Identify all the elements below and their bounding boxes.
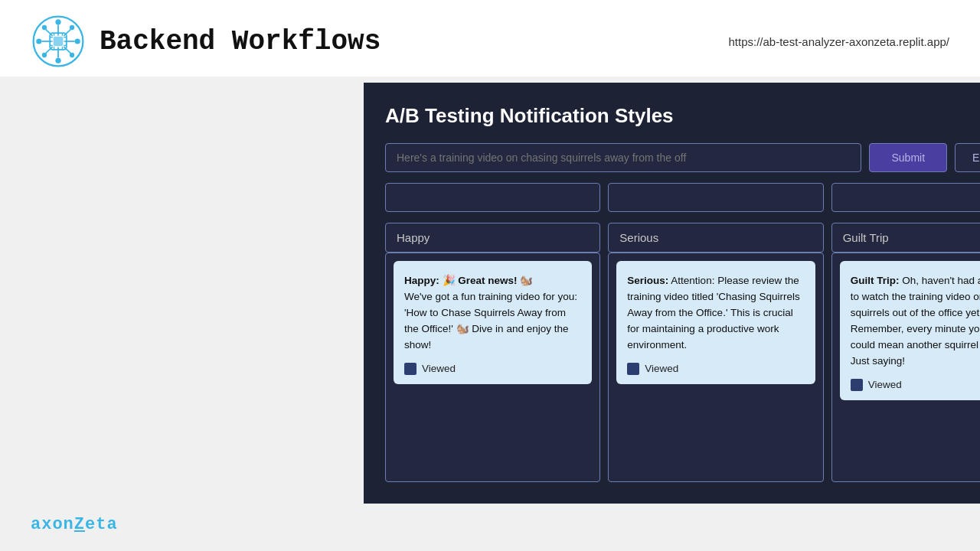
card-wrapper-guilttrip: Guilt Trip: Oh, haven't had a chance to … (831, 253, 980, 482)
viewed-checkbox-happy[interactable] (404, 363, 416, 375)
card-happy: Happy: 🎉 Great news! 🐿️ We've got a fun … (394, 261, 592, 384)
viewed-checkbox-serious[interactable] (627, 363, 639, 375)
viewed-checkbox-guilttrip[interactable] (851, 379, 863, 391)
logo-icon (31, 14, 86, 69)
panel-title: A/B Testing Notification Styles (385, 104, 980, 128)
card-text-happy: Happy: 🎉 Great news! 🐿️ We've got a fun … (404, 273, 581, 354)
viewed-label-guilttrip: Viewed (868, 379, 902, 390)
model-input[interactable]: GPT-4o (Complex tasks) (385, 183, 600, 212)
svg-rect-18 (54, 37, 64, 47)
svg-point-8 (70, 53, 74, 57)
viewed-label-happy: Viewed (422, 363, 456, 374)
main-panel: A/B Testing Notification Styles Here's a… (180, 83, 953, 504)
card-wrapper-happy: Happy: 🎉 Great news! 🐿️ We've got a fun … (385, 253, 600, 482)
card-guilttrip: Guilt Trip: Oh, haven't had a chance to … (840, 261, 980, 400)
card-text-serious: Serious: Attention: Please review the tr… (627, 273, 804, 354)
brand-text: axonZeta (31, 515, 118, 534)
card-viewed-happy: Viewed (404, 363, 581, 375)
header-url: https://ab-test-analyzer-axonzeta.replit… (729, 35, 950, 48)
svg-point-4 (75, 38, 80, 44)
row-settings: GPT-4o (Complex tasks) 0.7 500 (385, 183, 980, 212)
style-label-happy: Happy (385, 223, 600, 253)
svg-point-7 (42, 53, 47, 57)
viewed-label-serious: Viewed (645, 363, 678, 374)
message-input[interactable]: Here's a training video on chasing squir… (385, 143, 861, 172)
style-label-guilttrip: Guilt Trip (831, 223, 980, 253)
svg-point-3 (36, 38, 41, 44)
svg-point-1 (55, 19, 60, 24)
svg-point-6 (70, 25, 74, 30)
card-viewed-serious: Viewed (627, 363, 804, 375)
app-title: Backend Workflows (100, 26, 715, 57)
card-viewed-guilttrip: Viewed (851, 379, 980, 391)
header: Backend Workflows https://ab-test-analyz… (0, 0, 980, 77)
card-text-guilttrip: Guilt Trip: Oh, haven't had a chance to … (851, 273, 980, 370)
row-input: Here's a training video on chasing squir… (385, 143, 980, 172)
submit-button[interactable]: Submit (869, 143, 947, 172)
tokens-input[interactable]: 500 (831, 183, 980, 212)
card-wrapper-serious: Serious: Attention: Please review the tr… (608, 253, 823, 482)
style-label-serious: Serious (608, 223, 823, 253)
export-button[interactable]: Export Data (955, 143, 980, 172)
svg-point-5 (42, 25, 47, 30)
card-serious: Serious: Attention: Please review the tr… (616, 261, 815, 384)
footer-brand: axonZeta (31, 515, 118, 534)
svg-point-2 (55, 58, 60, 64)
temperature-input[interactable]: 0.7 (608, 183, 823, 212)
